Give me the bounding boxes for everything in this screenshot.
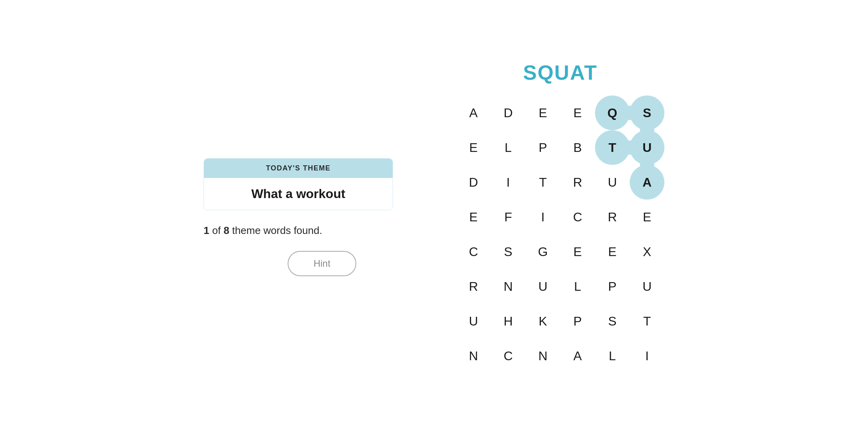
grid-cell-0-4[interactable]: Q (595, 95, 630, 130)
grid-cell-6-3[interactable]: P (560, 304, 595, 339)
theme-label: TODAY'S THEME (204, 159, 393, 178)
theme-text: What a workout (204, 178, 393, 210)
grid-cell-7-0[interactable]: N (456, 339, 491, 373)
grid-cell-5-0[interactable]: R (456, 269, 491, 304)
left-panel: TODAY'S THEME What a workout 1 of 8 them… (204, 158, 409, 276)
grid-cell-5-3[interactable]: L (560, 269, 595, 304)
grid-cell-1-0[interactable]: E (456, 130, 491, 165)
grid-cell-6-4[interactable]: S (595, 304, 630, 339)
grid-cell-2-3[interactable]: R (560, 165, 595, 200)
word-search-grid-container: ADEEQSELPBTUDITRUAEFICRECSGEEXRNULPUUHKP… (456, 95, 664, 373)
right-panel: SQUAT ADEEQSELPBTUDITRUAEFICRECSGEEXRNUL… (456, 61, 664, 373)
grid-cell-2-2[interactable]: T (526, 165, 560, 200)
progress-suffix: theme words found. (232, 224, 322, 236)
grid-cell-0-3[interactable]: E (560, 95, 595, 130)
grid-cell-6-1[interactable]: H (491, 304, 526, 339)
grid-cell-7-4[interactable]: L (595, 339, 630, 373)
grid-cell-3-0[interactable]: E (456, 200, 491, 234)
word-search-grid: ADEEQSELPBTUDITRUAEFICRECSGEEXRNULPUUHKP… (456, 95, 664, 373)
grid-cell-0-5[interactable]: S (630, 95, 664, 130)
grid-cell-6-2[interactable]: K (526, 304, 560, 339)
grid-cell-2-4[interactable]: U (595, 165, 630, 200)
grid-cell-5-1[interactable]: N (491, 269, 526, 304)
grid-cell-4-4[interactable]: E (595, 234, 630, 269)
grid-cell-1-2[interactable]: P (526, 130, 560, 165)
grid-cell-3-1[interactable]: F (491, 200, 526, 234)
grid-cell-4-0[interactable]: C (456, 234, 491, 269)
grid-cell-3-3[interactable]: C (560, 200, 595, 234)
grid-cell-4-5[interactable]: X (630, 234, 664, 269)
progress-text: 1 of 8 theme words found. (204, 223, 322, 238)
progress-of: of (212, 224, 224, 236)
grid-cell-1-3[interactable]: B (560, 130, 595, 165)
grid-cell-5-4[interactable]: P (595, 269, 630, 304)
found-word-title: SQUAT (523, 61, 598, 84)
grid-cell-2-0[interactable]: D (456, 165, 491, 200)
grid-cell-0-0[interactable]: A (456, 95, 491, 130)
grid-cell-7-5[interactable]: I (630, 339, 664, 373)
grid-cell-3-2[interactable]: I (526, 200, 560, 234)
grid-cell-6-5[interactable]: T (630, 304, 664, 339)
hint-button[interactable]: Hint (288, 251, 357, 276)
theme-card: TODAY'S THEME What a workout (204, 158, 393, 210)
grid-cell-5-2[interactable]: U (526, 269, 560, 304)
grid-cell-1-5[interactable]: U (630, 130, 664, 165)
found-count: 1 (204, 224, 209, 236)
grid-cell-7-3[interactable]: A (560, 339, 595, 373)
grid-cell-3-5[interactable]: E (630, 200, 664, 234)
grid-cell-7-2[interactable]: N (526, 339, 560, 373)
grid-cell-4-1[interactable]: S (491, 234, 526, 269)
grid-cell-2-1[interactable]: I (491, 165, 526, 200)
grid-cell-6-0[interactable]: U (456, 304, 491, 339)
grid-cell-4-2[interactable]: G (526, 234, 560, 269)
main-container: TODAY'S THEME What a workout 1 of 8 them… (0, 0, 868, 434)
grid-cell-2-5[interactable]: A (630, 165, 664, 200)
grid-cell-7-1[interactable]: C (491, 339, 526, 373)
grid-cell-1-4[interactable]: T (595, 130, 630, 165)
grid-cell-0-2[interactable]: E (526, 95, 560, 130)
grid-cell-3-4[interactable]: R (595, 200, 630, 234)
grid-cell-5-5[interactable]: U (630, 269, 664, 304)
grid-cell-1-1[interactable]: L (491, 130, 526, 165)
grid-cell-0-1[interactable]: D (491, 95, 526, 130)
grid-cell-4-3[interactable]: E (560, 234, 595, 269)
total-count: 8 (224, 224, 229, 236)
